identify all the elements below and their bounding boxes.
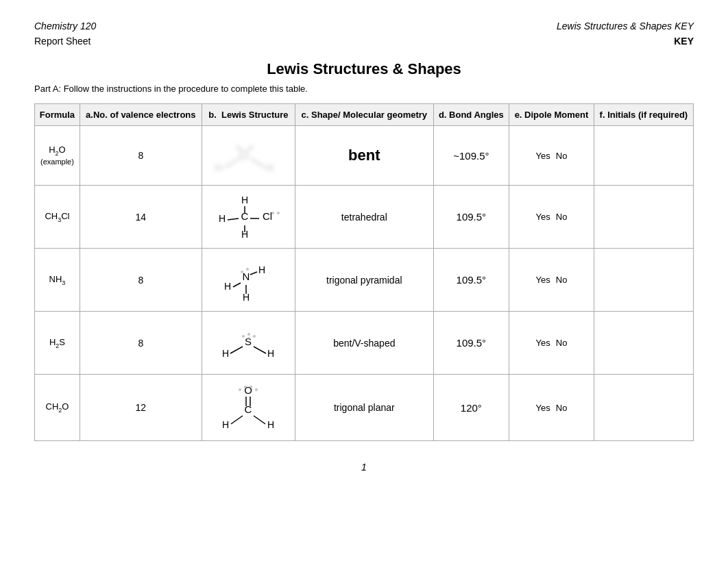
page-number: 1 (34, 462, 694, 473)
svg-point-7 (236, 146, 239, 149)
shape-cell: tetrahedral (295, 186, 433, 249)
svg-point-27 (241, 271, 243, 273)
shape-cell: trigonal pyramidal (295, 249, 433, 312)
svg-point-48 (250, 386, 252, 388)
formula-cell: CH2O (35, 375, 80, 441)
table-row: H2S 8 S H H (35, 312, 694, 375)
svg-line-3 (224, 158, 240, 168)
document-title-header: Lewis Structures & Shapes KEY (557, 21, 694, 32)
col-bond-angle: d. Bond Angles (433, 104, 509, 126)
svg-text:Cl: Cl (263, 210, 272, 222)
lewis-cell: N H H H (202, 249, 295, 312)
svg-point-8 (250, 146, 253, 149)
svg-point-18 (271, 212, 274, 214)
page-title: Lewis Structures & Shapes (34, 60, 694, 78)
svg-point-47 (244, 386, 247, 388)
dipole-cell: Yes No (509, 249, 594, 312)
initials-cell (594, 186, 693, 249)
formula-cell: H2O(example) (35, 126, 80, 186)
lewis-ch2o-svg: O C H H (210, 380, 286, 435)
report-sheet-label: Report Sheet (34, 36, 91, 47)
lewis-h2s-svg: S H H (210, 319, 286, 367)
svg-point-5 (239, 149, 242, 151)
svg-point-46 (239, 388, 241, 391)
initials-cell (594, 249, 693, 312)
table-row: NH3 8 N H H H (35, 249, 694, 312)
subheader: Report Sheet KEY (34, 36, 694, 47)
bond-angle-cell: 120° (433, 375, 509, 441)
formula-cell: H2S (35, 312, 80, 375)
svg-text:H: H (258, 264, 265, 275)
dipole-cell: Yes No (509, 375, 594, 441)
svg-line-25 (233, 283, 241, 287)
svg-text:H: H (215, 162, 223, 173)
valence-cell: 8 (80, 249, 202, 312)
svg-point-37 (253, 335, 256, 338)
svg-text:H: H (267, 162, 275, 173)
lewis-cell: S H H (202, 312, 295, 375)
svg-point-35 (247, 333, 250, 336)
part-description: Part A: Follow the instructions in the p… (34, 84, 694, 94)
dipole-cell: Yes No (509, 126, 594, 186)
svg-text:H: H (241, 195, 248, 205)
svg-line-33 (254, 347, 266, 353)
lewis-ch3cl-svg: C H H H Cl (207, 191, 289, 242)
table-row: H2O(example) 8 O H H (35, 126, 694, 186)
svg-point-34 (242, 335, 245, 338)
valence-cell: 8 (80, 126, 202, 186)
initials-cell (594, 126, 693, 186)
svg-line-32 (230, 347, 243, 353)
svg-point-6 (247, 149, 250, 151)
valence-cell: 8 (80, 312, 202, 375)
svg-line-24 (250, 272, 257, 275)
bond-angle-cell: 109.5° (433, 249, 509, 312)
valence-cell: 12 (80, 375, 202, 441)
svg-text:H: H (222, 348, 229, 359)
svg-text:C: C (245, 403, 252, 415)
svg-line-15 (228, 218, 239, 220)
initials-cell (594, 375, 693, 441)
svg-text:H: H (219, 213, 226, 224)
lewis-nh3-svg: N H H H (210, 254, 286, 305)
shape-cell: bent (295, 126, 433, 186)
shape-cell: trigonal planar (295, 375, 433, 441)
svg-text:H: H (224, 281, 231, 292)
formula-cell: NH3 (35, 249, 80, 312)
svg-line-44 (231, 416, 243, 424)
bond-angle-cell: 109.5° (433, 312, 509, 375)
col-formula: Formula (35, 104, 80, 126)
bond-angle-cell: 109.5° (433, 186, 509, 249)
svg-text:H: H (222, 419, 229, 430)
lewis-cell: O H H (202, 126, 295, 186)
col-dipole: e. Dipole Moment (509, 104, 594, 126)
col-lewis: b. Lewis Structure (202, 104, 295, 126)
shape-cell: bent/V-shaped (295, 312, 433, 375)
col-initials: f. Initials (if required) (594, 104, 693, 126)
svg-point-19 (277, 212, 280, 214)
col-shape: c. Shape/ Molecular geometry (295, 104, 433, 126)
dipole-cell: Yes No (509, 312, 594, 375)
header: Chemistry 120 Lewis Structures & Shapes … (34, 21, 694, 32)
bond-angle-cell: ~109.5° (433, 126, 509, 186)
lewis-h2o-svg: O H H (210, 134, 286, 178)
table-row: CH2O 12 O C H H (35, 375, 694, 441)
dipole-cell: Yes No (509, 186, 594, 249)
lewis-cell: C H H H Cl (202, 186, 295, 249)
svg-text:N: N (243, 271, 250, 282)
svg-line-4 (250, 158, 265, 168)
svg-point-28 (246, 268, 249, 271)
formula-cell: CH3Cl (35, 186, 80, 249)
course-title: Chemistry 120 (34, 21, 96, 32)
table-row: CH3Cl 14 C H H H Cl (35, 186, 694, 249)
key-label: KEY (674, 36, 694, 47)
svg-point-36 (247, 337, 250, 340)
svg-point-49 (255, 388, 258, 391)
svg-text:O: O (240, 150, 250, 162)
valence-cell: 14 (80, 186, 202, 249)
initials-cell (594, 312, 693, 375)
svg-text:H: H (267, 419, 274, 430)
col-valence: a.No. of valence electrons (80, 104, 202, 126)
lewis-cell: O C H H (202, 375, 295, 441)
svg-line-45 (254, 416, 265, 424)
svg-text:H: H (267, 348, 274, 359)
